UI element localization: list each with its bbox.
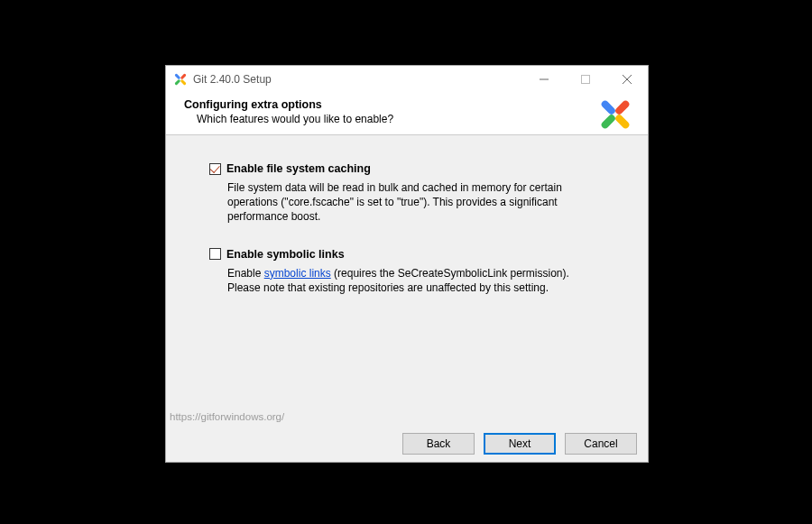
maximize-button[interactable] <box>565 66 606 93</box>
close-button[interactable] <box>606 66 648 93</box>
svg-rect-5 <box>582 76 590 84</box>
svg-rect-1 <box>174 79 180 86</box>
window-title: Git 2.40.0 Setup <box>193 73 272 86</box>
symbolic-links-link[interactable]: symbolic links <box>264 267 331 280</box>
back-button[interactable]: Back <box>402 433 475 455</box>
page-subheading: Which features would you like to enable? <box>184 113 630 125</box>
svg-rect-10 <box>600 99 616 115</box>
checkbox-symlinks[interactable] <box>209 248 221 260</box>
svg-rect-8 <box>614 99 631 115</box>
option-symlinks-label[interactable]: Enable symbolic links <box>226 248 345 261</box>
button-bar: Back Next Cancel <box>402 433 637 455</box>
wizard-header: Configuring extra options Which features… <box>166 93 648 135</box>
setup-window: Git 2.40.0 Setup Configuring extra optio… <box>165 65 649 463</box>
option-symlinks-desc: Enable symbolic links (requires the SeCr… <box>209 266 588 295</box>
svg-rect-0 <box>180 73 187 79</box>
minimize-button[interactable] <box>523 66 565 93</box>
git-icon <box>173 72 188 87</box>
svg-rect-9 <box>600 114 616 130</box>
git-logo <box>595 95 635 134</box>
svg-rect-2 <box>174 73 180 79</box>
next-button[interactable]: Next <box>484 433 556 455</box>
svg-rect-3 <box>180 79 187 86</box>
wizard-body: Enable file system caching File system d… <box>166 135 648 462</box>
checkbox-fscache[interactable] <box>209 163 221 175</box>
option-fscache: Enable file system caching File system d… <box>209 162 604 225</box>
option-fscache-desc: File system data will be read in bulk an… <box>209 180 588 225</box>
page-heading: Configuring extra options <box>184 98 630 111</box>
footer-url: https://gitforwindows.org/ <box>170 411 284 422</box>
option-fscache-label[interactable]: Enable file system caching <box>226 162 371 175</box>
cancel-button[interactable]: Cancel <box>565 433 637 455</box>
title-bar: Git 2.40.0 Setup <box>166 66 648 93</box>
svg-rect-11 <box>614 114 631 130</box>
option-symlinks: Enable symbolic links Enable symbolic li… <box>209 248 604 295</box>
